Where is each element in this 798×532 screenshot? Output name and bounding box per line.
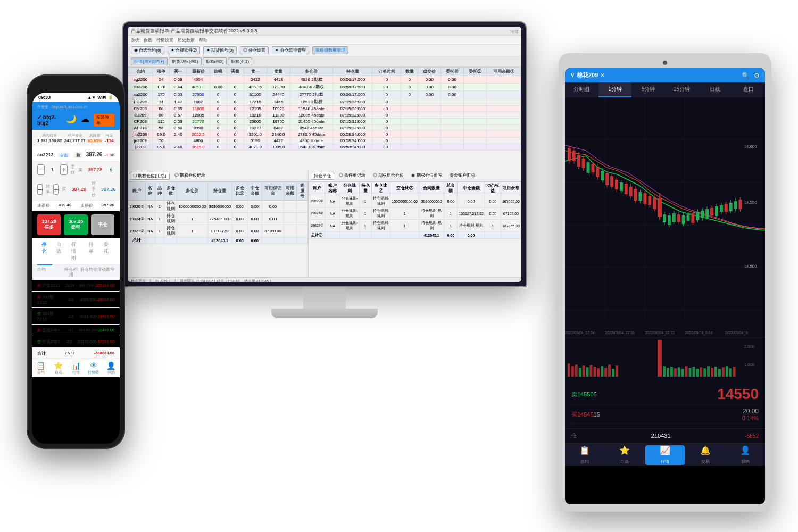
phone-counterpart-minus[interactable]: − [37,184,43,195]
sell-label: 卖 [571,390,577,398]
menu-market-settings[interactable]: 行情设置 [156,37,173,43]
menu-watchlist[interactable]: 自选 [144,37,152,43]
phone-qty-minus[interactable]: − [37,164,45,175]
table-row[interactable]: 19020② NA 1 持仓规则 1000000050.00 303000005… [128,201,308,213]
table-row[interactable]: CJ209 80 0.67 12085 0 0 13210 11800 1200… [128,112,521,119]
table-row[interactable]: ju2209 70 4806 0 0 5190 4422 4806 X.date… [128,138,521,144]
subtab-row1[interactable]: 行情(单Y合约 ▾) [131,57,168,65]
table-row[interactable]: au2206 175 0.63 27950 0 0 31105 24440 27… [128,91,521,98]
table-row[interactable]: jm2209 69.0 2.40 2052.5 0 0 3201.0 2346.… [128,131,521,138]
tablet-nav-market[interactable]: 📈 行情 [645,445,685,465]
phone-tab-orders[interactable]: 排单 [85,238,99,265]
position-row-1[interactable]: 多 沪金2212 18/18 399.770 -225180.00 [32,280,120,292]
position-row-2[interactable]: 多 300股2212 4/4 4085.200 -45600.00 [32,292,120,308]
phone-nav-watchlist[interactable]: ⭐ 自选 [49,361,67,375]
phone-buy-button[interactable]: 387.28 买多 [37,214,61,235]
th-col13: 委托价 [441,68,464,76]
right-tab-holdings[interactable]: 持仓平仓 [311,172,334,180]
bottom-tab-alloc[interactable]: ☐ 期权仓位(汇总) [130,172,170,180]
position-row-5[interactable]: 空 生猪2301 2/2 20120.000 -57280.00 [32,336,120,348]
svg-text:2022/09/04_22:52: 2022/09/04_22:52 [645,331,675,335]
table-row[interactable]: ag2206 54 0.69 4954 5412 4428 4920 2期权 0… [128,76,521,84]
tablet-nav-watchlist[interactable]: ⭐ 自选 [604,445,644,465]
toolbar-btn-alloc-monitor[interactable]: ✦ 分仓监控管理 [272,46,309,54]
toolbar-btn-alloc-settings[interactable]: ◎ 分仓设置 [240,46,269,54]
tablet-header-icons: 🔍 ⚙ [742,72,760,79]
th-col15: 可用余额① [486,68,521,76]
table-row[interactable]: 19027② NA 1 持仓规则 1 103127.92 0.00 0.00 6… [128,225,308,237]
right-tab-capital[interactable]: 资金账户汇总 [447,172,478,180]
monitor-titlebar: 产品期货自动报单-产品期货自动报单交易软件2022 v5.0.0.3 Test [128,27,521,36]
tf-fenshi[interactable]: 分时图 [565,82,598,97]
tablet-nav-profile[interactable]: 👤 我的 [726,445,765,465]
take-profit-label: 止损价 [80,203,93,209]
th-contract: 合约 [128,68,153,76]
phone-tab-entrust[interactable]: 委托 [99,238,114,265]
phone-qty-plus[interactable]: + [60,164,68,175]
phone-tab-positions[interactable]: 持仓 [37,238,52,265]
position-row-3[interactable]: 空 300股2212 2/2 4016.400 -18480.00 [32,308,120,325]
tablet-nav-contract[interactable]: 📋 合约 [565,445,604,465]
table-row[interactable]: j2209 85.0 2.40 3625.0 0 0 4071.0 3005.0… [128,144,521,151]
table-row[interactable]: 19020②NA分仓规则-规则 1持仓规则-规则 1000000050.0030… [309,195,521,207]
monitor-stand-neck [303,287,346,309]
menu-help[interactable]: 帮助 [199,37,207,43]
moon-icon[interactable]: 🌙 [66,114,77,127]
subtab-option3[interactable]: 期权(列3) [228,57,252,65]
tf-orderbook[interactable]: 盘口 [732,82,765,97]
table-row-total: 总计② 412045.10.00 0.00 [309,232,521,239]
phone-sell-button[interactable]: 387.26 卖空 [64,214,87,235]
monitor-title: 产品期货自动报单-产品期货自动报单交易软件2022 v5.0.0.3 [131,28,257,35]
table-row[interactable]: CF208 115 0.53 21770 0 0 23605 19705 214… [128,119,521,125]
menu-history[interactable]: 历史数据 [178,37,195,43]
tablet-nav-trade[interactable]: 🔔 交易 [686,445,725,465]
th-col11: 数量 [401,68,418,76]
right-tab-pnl[interactable]: ◉ 期权仓位盈亏 [409,172,444,180]
toolbar-btn-compliance[interactable]: ✦ 合规软件② [168,46,200,54]
phone-stat-equity: 动态权益 1,681,130.87 [37,133,62,143]
phone-nav-market[interactable]: 📊 行情 [67,361,85,375]
menu-system[interactable]: 系统 [131,37,139,43]
tf-5min[interactable]: 5分钟 [631,82,665,97]
cloud-icon[interactable]: ☁ [81,114,89,127]
subtab-option2[interactable]: 期权(列2) [203,57,227,65]
monitor-bottom-section: ☐ 期权仓位(汇总) ◎ 期权仓位记录 账户 名称 品种 多仓数 多仓价 [128,171,521,277]
phone-total-row: 合计 27/27 -318060.00 [32,348,120,359]
svg-rect-95 [575,364,578,377]
bottom-tab-order[interactable]: ◎ 期权仓位记录 [172,172,208,180]
phone-close-button[interactable]: 平仓 [91,214,114,235]
table-row[interactable]: FG209 31 1.47 1882 0 0 17215 1465 1851 2… [128,98,521,106]
right-tab-conditions[interactable]: ◎ 条件单记录 [336,172,368,180]
toolbar-btn-watchlist[interactable]: ◉ 自选合约(6) [131,46,164,54]
tf-daily[interactable]: 日线 [699,82,732,97]
emergency-button[interactable]: 应急弥单 [94,114,114,127]
phone-tab-watchlist[interactable]: 自选 [52,238,67,265]
phone-nav-market2[interactable]: 👁 行情② [85,361,102,375]
table-row[interactable]: AP210 56 0.60 9398 0 0 10277 8407 9542 4… [128,125,521,131]
search-icon[interactable]: 🔍 [742,72,750,79]
table-row[interactable]: 19027②NA分仓规则-规则 1持仓规则-规则 1持仓规则-规则 1持仓规则-… [309,220,521,232]
phone-counterpart-plus[interactable]: + [53,184,59,195]
table-row[interactable]: CY209 80 0.69 11600 0 0 12195 10970 1154… [128,106,521,112]
phone-nav-contract[interactable]: 📋 合约 [32,361,49,375]
toolbar-btn-accounts[interactable]: ✦ 期货帐号(3) [203,46,237,54]
table-row[interactable]: 19024②NA分仓规则-规则 1持仓规则-规则 1持仓规则-规则 110312… [309,207,521,220]
phone-nav-profile[interactable]: 👤 我的 [102,361,120,375]
table-row[interactable]: 19024② NA 1 持仓规则 1 275405.000 0.00 0.00 … [128,213,308,225]
svg-rect-117 [696,369,699,377]
monitor-account-table: 账户 账户名称 分仓规则 持仓量 多仓比② 空仓比③ 合同数量 总金额 中仓金额 [309,181,521,239]
svg-rect-96 [579,368,581,377]
phone-qty-row-1: − 1 + 手联 卖 387.28 9 [32,162,120,178]
position-name-4: 多 生猪2301 [37,327,62,333]
tf-1min[interactable]: 1分钟 [598,82,632,97]
position-row-4[interactable]: 多 生猪2301 1/1 20130.000 28480.00 [32,325,120,336]
phone-stat-available: 可用资金 241,217.27 [64,133,86,143]
subtab-option1[interactable]: 期货期权(列1) [169,57,202,65]
table-row[interactable]: au2206 1.78 0.44 405.82 0.00 0 436.36 37… [128,84,521,91]
toolbar-btn-strategy[interactable]: 策略组数据管理 [312,46,348,54]
tf-15min[interactable]: 15分钟 [665,82,699,97]
right-tab-combo[interactable]: ◎ 期权组合仓位 [370,172,406,180]
close-icon[interactable]: ✕ [600,72,604,78]
phone-tab-chart[interactable]: 行情图 [67,238,85,265]
gear-icon[interactable]: ⚙ [754,72,760,79]
